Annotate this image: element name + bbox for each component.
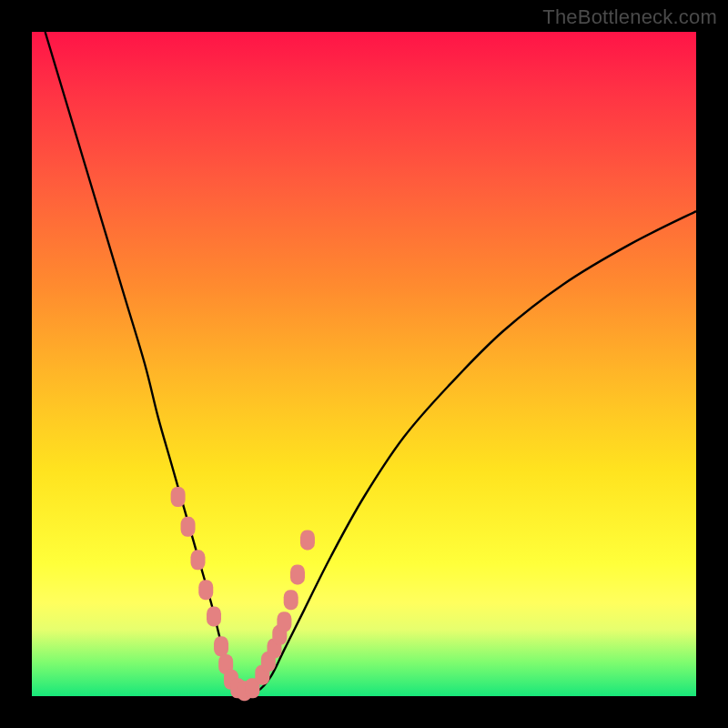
watermark-text: TheBottleneck.com bbox=[542, 5, 717, 29]
marker-point bbox=[284, 590, 298, 610]
marker-point bbox=[198, 580, 213, 600]
plot-area bbox=[32, 32, 696, 696]
curve-svg bbox=[32, 32, 696, 696]
marker-point bbox=[300, 530, 315, 550]
marker-point bbox=[214, 636, 228, 656]
marker-point bbox=[181, 517, 196, 537]
marker-point bbox=[207, 606, 221, 626]
chart-frame: TheBottleneck.com bbox=[0, 0, 728, 728]
bottleneck-curve bbox=[46, 32, 696, 693]
marker-point bbox=[191, 550, 206, 570]
marker-point bbox=[171, 487, 186, 507]
marker-group bbox=[171, 487, 315, 701]
marker-point bbox=[290, 564, 305, 584]
marker-point bbox=[277, 612, 291, 632]
